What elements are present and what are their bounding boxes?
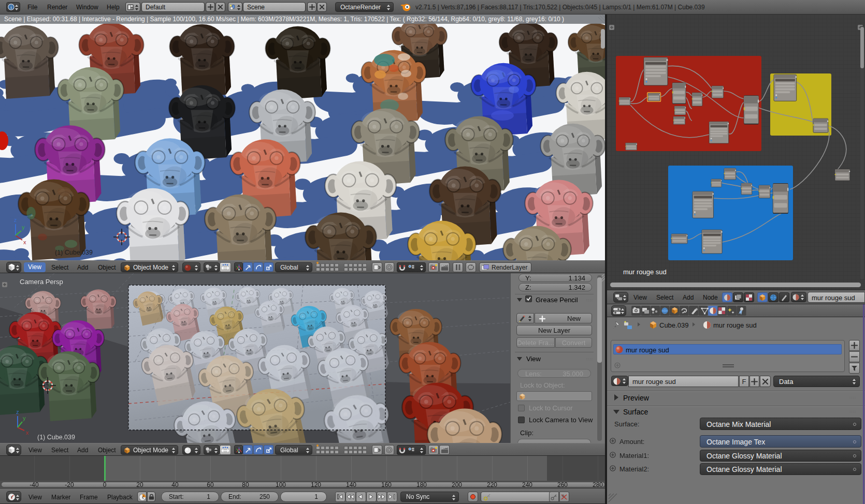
svg-text:Camera Persp: Camera Persp: [20, 278, 63, 286]
svg-text:z: z: [14, 217, 17, 223]
svg-text:x: x: [23, 239, 26, 245]
svg-text:(1) Cube.039: (1) Cube.039: [37, 434, 75, 441]
svg-text:y: y: [23, 415, 26, 421]
svg-text:z: z: [16, 409, 19, 415]
svg-text:(1) Cube.039: (1) Cube.039: [55, 249, 93, 256]
svg-text:y: y: [22, 224, 25, 230]
svg-text:x: x: [26, 429, 29, 436]
